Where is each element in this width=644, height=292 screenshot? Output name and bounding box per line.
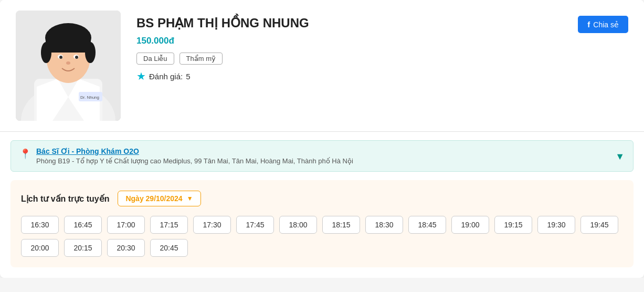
time-slot[interactable]: 16:30 [21, 216, 59, 234]
doctor-name: BS PHẠM THỊ HỒNG NHUNG [136, 16, 628, 30]
avatar: Dr. Nhung [16, 11, 121, 121]
location-left: 📍 Bác Sĩ Ơi - Phòng Khám O2O Phòng B19 -… [19, 147, 353, 165]
svg-text:Dr. Nhung: Dr. Nhung [80, 95, 99, 100]
time-slot[interactable]: 16:45 [64, 216, 102, 234]
date-selector-button[interactable]: Ngày 29/10/2024 ▼ [118, 191, 200, 206]
location-address: Phòng B19 - Tổ hợp Y tế Chất lượng cao M… [36, 157, 353, 165]
svg-point-15 [66, 61, 70, 65]
time-slot[interactable]: 17:00 [107, 216, 145, 234]
doctor-price: 150.000đ [136, 36, 628, 46]
chevron-down-icon[interactable]: ▼ [615, 151, 625, 162]
doctor-tags: Da Liễu Thẩm mỹ [136, 53, 628, 65]
time-slot[interactable]: 19:15 [494, 216, 532, 234]
time-slot[interactable]: 18:45 [408, 216, 446, 234]
rating-label: Đánh giá: [149, 72, 183, 81]
schedule-title: Lịch tư vấn trực tuyến [21, 194, 109, 204]
time-slot[interactable]: 20:15 [64, 239, 102, 257]
schedule-section: Lịch tư vấn trực tuyến Ngày 29/10/2024 ▼… [10, 180, 634, 267]
star-icon: ★ [136, 70, 146, 82]
time-slot[interactable]: 18:15 [322, 216, 360, 234]
time-slot[interactable]: 19:00 [451, 216, 489, 234]
svg-point-14 [75, 56, 78, 59]
location-details: Bác Sĩ Ơi - Phòng Khám O2O Phòng B19 - T… [36, 147, 353, 165]
doctor-info: BS PHẠM THỊ HỒNG NHUNG 150.000đ Da Liễu … [121, 11, 628, 82]
date-label: Ngày 29/10/2024 [125, 194, 182, 203]
doctor-card: Dr. Nhung BS PHẠM THỊ HỒNG NHUNG 150.000… [0, 0, 644, 132]
rating-value: 5 [186, 72, 190, 81]
time-slot[interactable]: 20:00 [21, 239, 59, 257]
tag-da-lieu: Da Liễu [136, 53, 174, 65]
time-slots-container: 16:3016:4517:0017:1517:3017:4518:0018:15… [21, 216, 623, 257]
time-slot[interactable]: 19:45 [580, 216, 618, 234]
location-name[interactable]: Bác Sĩ Ơi - Phòng Khám O2O [36, 147, 353, 155]
location-section: 📍 Bác Sĩ Ơi - Phòng Khám O2O Phòng B19 -… [10, 140, 634, 172]
rating-section: ★ Đánh giá: 5 [136, 70, 628, 82]
svg-rect-10 [46, 37, 91, 53]
schedule-header: Lịch tư vấn trực tuyến Ngày 29/10/2024 ▼ [21, 191, 623, 206]
time-slot[interactable]: 18:30 [365, 216, 403, 234]
time-slot[interactable]: 17:30 [193, 216, 231, 234]
pin-icon: 📍 [19, 148, 31, 160]
facebook-icon: f [587, 20, 590, 29]
time-slot[interactable]: 19:30 [537, 216, 575, 234]
tag-tham-my: Thẩm mỹ [180, 53, 223, 65]
time-slot[interactable]: 20:45 [150, 239, 188, 257]
share-button[interactable]: f Chia sẻ [578, 16, 628, 33]
time-slot[interactable]: 20:30 [107, 239, 145, 257]
time-slot[interactable]: 17:15 [150, 216, 188, 234]
svg-point-13 [59, 56, 62, 59]
time-slot[interactable]: 17:45 [236, 216, 274, 234]
share-label: Chia sẻ [593, 20, 619, 29]
dropdown-arrow-icon: ▼ [187, 195, 193, 202]
time-slot[interactable]: 18:00 [279, 216, 317, 234]
